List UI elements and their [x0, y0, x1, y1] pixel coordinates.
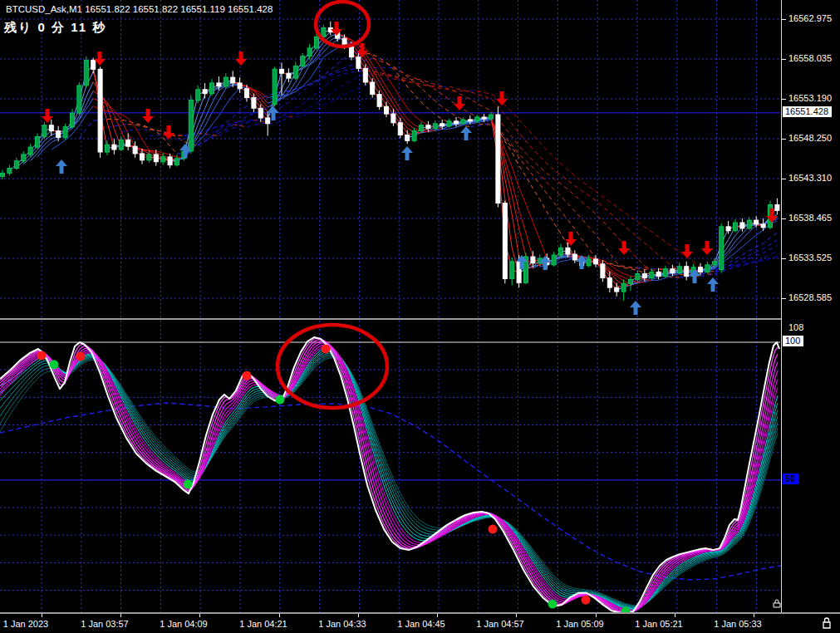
time-label: 1 Jan 04:09: [160, 619, 208, 629]
axis-lock-icon[interactable]: [821, 616, 833, 630]
price-axis[interactable]: 16562.97516558.03516553.19016548.2501654…: [782, 0, 840, 612]
candle-body: [287, 73, 291, 78]
candle-body: [475, 117, 479, 121]
ma-ribbon-dashed: [247, 71, 366, 127]
candle-body: [621, 283, 626, 292]
sell-arrow-icon: [454, 96, 465, 110]
candle-body: [426, 125, 430, 129]
time-tick: [516, 614, 517, 617]
candle-body: [754, 220, 759, 224]
current-price-tag[interactable]: 16551.428: [783, 106, 832, 117]
price-tick: [782, 139, 786, 140]
price-label: 16533.525: [788, 253, 832, 263]
candle-body: [761, 224, 765, 228]
indicator-scale-label: 108: [788, 322, 803, 332]
buy-dot: [50, 360, 59, 369]
candle-body: [740, 223, 744, 228]
buy-arrow-icon: [56, 159, 67, 174]
time-axis[interactable]: 1 Jan 20231 Jan 03:571 Jan 04:091 Jan 04…: [0, 614, 840, 633]
candle-body: [377, 95, 381, 107]
price-label: 16543.310: [788, 173, 832, 183]
candle-body: [685, 267, 689, 277]
candle-body: [42, 125, 47, 137]
candle-body: [615, 287, 619, 292]
candle-body: [293, 66, 297, 78]
candle-body: [440, 124, 445, 126]
candle-body: [531, 257, 535, 263]
price-label: 16528.585: [788, 292, 832, 302]
ma-ribbon-line: [23, 82, 93, 164]
candle-body: [266, 118, 270, 124]
sell-arrow-icon: [142, 109, 154, 123]
candle-body: [98, 69, 102, 152]
candle-body: [133, 146, 137, 154]
candle-body: [594, 259, 598, 264]
candle-body: [677, 267, 681, 273]
time-label: 1 Jan 2023: [3, 619, 48, 629]
candle-body: [1, 173, 5, 176]
candle-body: [636, 274, 640, 280]
candle-body: [503, 204, 507, 279]
scale-lock-icon: [774, 600, 780, 607]
candle-body: [734, 223, 738, 231]
ma-ribbon-dashed: [372, 74, 442, 86]
candle-body: [420, 125, 424, 131]
candle-body: [559, 248, 563, 255]
candle-body: [371, 82, 375, 95]
price-chart[interactable]: [0, 0, 782, 318]
candle-body: [56, 131, 61, 138]
ma-ribbon-line: [31, 91, 94, 161]
buy-arrow-icon: [460, 126, 472, 140]
time-label: 1 Jan 05:33: [714, 619, 762, 629]
candle-body: [301, 56, 305, 66]
level-50-tag[interactable]: 50: [783, 474, 798, 484]
candle-body: [315, 37, 319, 48]
candle-body: [307, 48, 312, 56]
sell-arrow-icon: [701, 241, 713, 255]
candle-body: [238, 83, 242, 89]
sell-dot: [489, 524, 498, 533]
candle-body: [7, 169, 12, 174]
candle-body: [720, 227, 724, 270]
sell-dot: [322, 344, 331, 353]
candle-body: [656, 272, 661, 277]
candle-body: [28, 147, 32, 155]
candle-body: [91, 61, 96, 70]
time-label: 1 Jan 04:21: [239, 619, 287, 629]
candle-body: [49, 125, 53, 131]
ma-ribbon-dashed: [121, 130, 150, 132]
candle-body: [126, 140, 130, 146]
time-tick: [358, 614, 359, 617]
stochastic-indicator-panel[interactable]: [0, 321, 782, 612]
panel-separator[interactable]: [0, 318, 840, 320]
candle-body: [77, 86, 81, 113]
candle-body: [217, 83, 221, 86]
candle-body: [140, 154, 145, 160]
ma-ribbon-dashed: [198, 58, 372, 145]
price-label: 16558.035: [788, 53, 832, 63]
buy-dot: [548, 600, 558, 609]
candle-body: [252, 98, 256, 109]
candle-body: [433, 124, 437, 129]
mt4-chart-window: BTCUSD_Ask,M1 16551.822 16551.822 16551.…: [0, 0, 840, 633]
candle-body: [258, 108, 263, 118]
candle-body: [161, 157, 165, 162]
candle-body: [454, 121, 459, 124]
time-tick: [120, 614, 121, 617]
price-label: 16553.190: [788, 93, 832, 103]
ma-ribbon-dashed: [205, 116, 289, 135]
candle-body: [664, 269, 668, 277]
price-tick: [782, 258, 786, 259]
candle-body: [566, 248, 570, 254]
buy-dot: [276, 395, 285, 404]
candle-body: [412, 131, 416, 141]
candle-body: [210, 83, 214, 94]
candle-body: [405, 135, 410, 140]
candle-body: [482, 117, 486, 119]
candle-body: [385, 106, 389, 114]
candle-body: [601, 264, 605, 278]
candle-body: [775, 204, 779, 210]
level-100-tag[interactable]: 100: [783, 336, 803, 346]
candle-body: [629, 279, 633, 283]
candle-body: [461, 120, 465, 124]
